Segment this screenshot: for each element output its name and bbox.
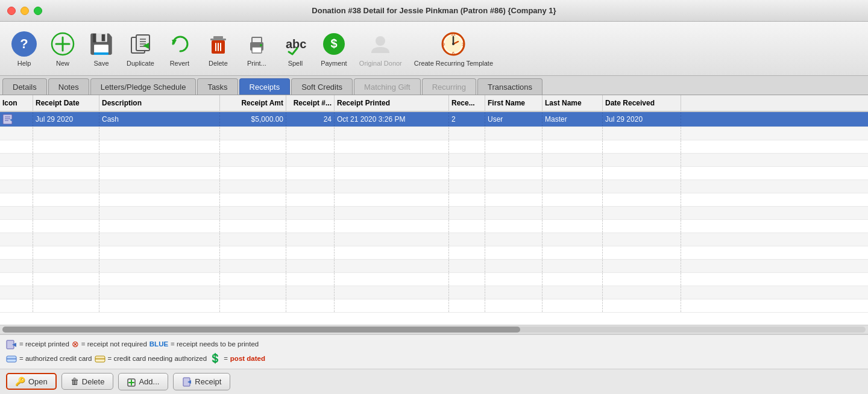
save-icon: 💾 (88, 31, 115, 57)
table-row[interactable] (0, 273, 868, 286)
payment-icon: $ (321, 31, 347, 57)
minimize-button[interactable] (20, 7, 29, 15)
cell-date-received: Jul 29 2020 (603, 112, 681, 127)
tab-letters-pledge[interactable]: Letters/Pledge Schedule (90, 78, 197, 95)
table-row[interactable] (0, 246, 868, 260)
tab-soft-credits[interactable]: Soft Credits (291, 78, 353, 95)
create-recurring-icon: 12 6 9 3 (440, 31, 467, 57)
table-row[interactable] (0, 154, 868, 167)
scrollbar-thumb[interactable] (2, 327, 520, 333)
table-row[interactable] (0, 180, 868, 193)
delete-row-button[interactable]: 🗑 Delete (61, 373, 114, 390)
help-icon: ? (11, 31, 37, 57)
receipt-not-required-text: = receipt not required (81, 339, 147, 349)
bottom-bar: 🔑 Open 🗑 Delete Add... (0, 369, 868, 394)
help-button[interactable]: ? Help (6, 28, 42, 69)
spell-icon: abc (282, 31, 309, 57)
delete-button[interactable]: Delete (200, 28, 236, 69)
col-header-date-received: Date Received (603, 95, 681, 111)
duplicate-icon (127, 31, 154, 57)
col-header-first-name: First Name (485, 95, 542, 111)
spell-button[interactable]: abc Spell (277, 28, 313, 69)
create-recurring-button[interactable]: 12 6 9 3 Create Recurring Template (409, 28, 498, 69)
save-button[interactable]: 💾 Save (83, 28, 119, 69)
table-row[interactable] (0, 233, 868, 246)
revert-button[interactable]: Revert (162, 28, 198, 69)
tab-recurring[interactable]: Recurring (422, 78, 476, 95)
add-icon (127, 377, 136, 386)
spell-label: Spell (288, 60, 303, 67)
tab-transactions[interactable]: Transactions (477, 78, 542, 95)
cell-description: Cash (99, 112, 220, 127)
delete-row-label: Delete (82, 377, 105, 386)
col-header-rece: Rece... (449, 95, 485, 111)
receipts-table: Icon Receipt Date Description Receipt Am… (0, 95, 868, 325)
tab-details[interactable]: Details (2, 78, 47, 95)
payment-label: Payment (321, 60, 347, 67)
open-icon: 🔑 (15, 377, 25, 386)
table-row[interactable]: Jul 29 2020 Cash $5,000.00 24 Oct 21 202… (0, 112, 868, 127)
original-donor-label: Original Donor (359, 60, 402, 67)
close-button[interactable] (7, 7, 16, 15)
cell-receipt-num: 24 (286, 112, 335, 127)
svg-point-20 (260, 44, 262, 46)
receipt-printed-text: = receipt printed (19, 339, 69, 349)
table-row[interactable] (0, 220, 868, 233)
print-button[interactable]: Print... (239, 28, 275, 69)
cell-first-name: User (485, 112, 542, 127)
scrollbar-track[interactable] (2, 327, 866, 333)
cell-receipt-amt: $5,000.00 (220, 112, 286, 127)
svg-point-29 (452, 43, 454, 45)
tab-matching-gift[interactable]: Matching Gift (354, 78, 421, 95)
tab-tasks[interactable]: Tasks (197, 78, 237, 95)
receipt-button[interactable]: Receipt (173, 373, 230, 390)
unauth-cc-text: = credit card needing authorized (108, 353, 207, 364)
maximize-button[interactable] (34, 7, 42, 15)
add-label: Add... (139, 377, 159, 386)
tabs-bar: Details Notes Letters/Pledge Schedule Ta… (0, 76, 868, 95)
print-icon (244, 31, 270, 57)
col-header-receipt-amt: Receipt Amt (220, 95, 286, 111)
legend-row-2: = authorized credit card = credit card n… (6, 351, 862, 366)
table-row[interactable] (0, 140, 868, 154)
col-header-description: Description (99, 95, 220, 111)
save-label: Save (93, 60, 108, 67)
post-dated-icon: 💲 (209, 351, 221, 366)
delete-label: Delete (209, 60, 228, 67)
payment-button[interactable]: $ Payment (316, 28, 352, 69)
open-button[interactable]: 🔑 Open (6, 373, 57, 390)
new-button[interactable]: New (45, 28, 81, 69)
col-header-icon: Icon (0, 95, 33, 111)
col-header-receipt-printed: Receipt Printed (335, 95, 449, 111)
table-row[interactable] (0, 167, 868, 180)
duplicate-button[interactable]: Duplicate (122, 28, 159, 69)
table-header: Icon Receipt Date Description Receipt Am… (0, 95, 868, 112)
cell-receipt-date: Jul 29 2020 (33, 112, 99, 127)
post-dated-eq: = (224, 353, 228, 364)
table-row[interactable] (0, 286, 868, 299)
receipt-not-required-icon: ⊗ (72, 337, 79, 351)
svg-rect-44 (95, 358, 105, 360)
table-row[interactable] (0, 207, 868, 220)
revert-icon (166, 31, 193, 57)
post-dated-text: post dated (230, 353, 265, 364)
table-row[interactable] (0, 127, 868, 140)
unauth-cc-icon (95, 353, 105, 364)
print-label: Print... (247, 60, 266, 67)
svg-text:9: 9 (442, 42, 445, 46)
legend-row-1: = receipt printed ⊗ = receipt not requir… (6, 337, 862, 351)
table-row[interactable] (0, 193, 868, 207)
original-donor-button[interactable]: Original Donor (354, 28, 407, 69)
window-controls[interactable] (7, 7, 42, 15)
table-row[interactable] (0, 299, 868, 313)
revert-label: Revert (170, 60, 189, 67)
cell-receipt-printed: Oct 21 2020 3:26 PM (335, 112, 449, 127)
tab-notes[interactable]: Notes (48, 78, 89, 95)
horizontal-scrollbar[interactable] (0, 325, 868, 334)
table-row[interactable] (0, 260, 868, 273)
svg-rect-34 (3, 114, 12, 124)
duplicate-label: Duplicate (127, 60, 154, 67)
col-header-last-name: Last Name (542, 95, 603, 111)
add-button[interactable]: Add... (118, 373, 168, 390)
tab-receipts[interactable]: Receipts (239, 78, 291, 95)
